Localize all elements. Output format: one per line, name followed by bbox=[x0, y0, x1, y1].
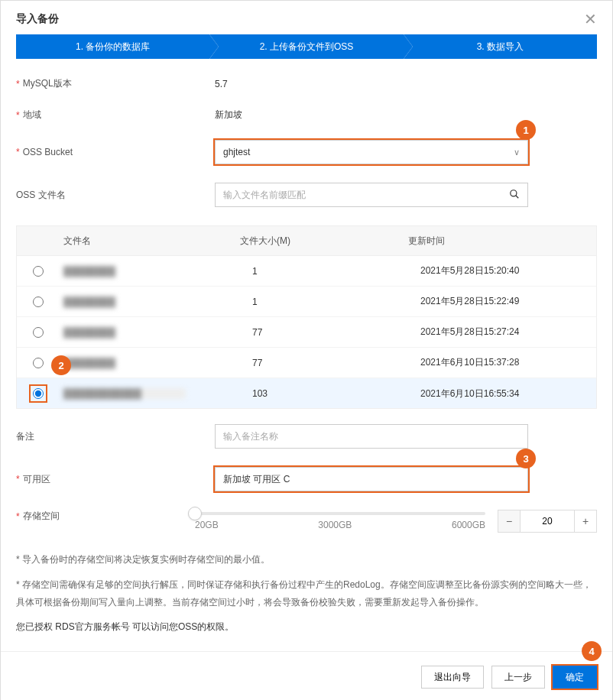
step-1[interactable]: 1. 备份你的数据库 bbox=[16, 34, 209, 59]
notes: * 导入备份时的存储空间将决定恢复实例时存储空间的最小值。 * 存储空间需确保有… bbox=[1, 551, 612, 651]
file-name: ████████ bbox=[63, 297, 115, 307]
table-row[interactable]: ████████████ 103 2021年6月10日16:55:34 bbox=[17, 378, 596, 409]
increase-button[interactable]: + bbox=[574, 510, 597, 533]
dialog-footer: 退出向导 上一步 确定 4 bbox=[1, 651, 612, 700]
decrease-button[interactable]: − bbox=[498, 510, 521, 533]
storage-stepper: − + bbox=[498, 510, 597, 533]
zone-select[interactable]: 新加坡 可用区 C bbox=[215, 467, 528, 491]
annotation-4: 4 bbox=[582, 641, 602, 661]
oss-filename-input-wrap bbox=[215, 183, 528, 207]
annotation-3: 3 bbox=[516, 449, 536, 468]
file-time: 2021年5月28日15:22:49 bbox=[420, 295, 596, 308]
file-radio[interactable] bbox=[33, 297, 44, 307]
zone-value: 新加坡 可用区 C bbox=[223, 473, 290, 486]
file-name: ████████ bbox=[63, 327, 115, 338]
slider-thumb[interactable] bbox=[188, 507, 202, 520]
file-time: 2021年5月28日15:27:24 bbox=[420, 326, 596, 339]
table-header: 文件名 文件大小(M) 更新时间 bbox=[16, 225, 597, 256]
svg-point-0 bbox=[511, 190, 517, 196]
remark-label: 备注 bbox=[16, 430, 34, 443]
storage-input[interactable] bbox=[521, 510, 574, 533]
table-body[interactable]: ████████ 1 2021年5月28日15:20:40 ████████ 1… bbox=[16, 256, 597, 409]
region-label: 地域 bbox=[23, 109, 41, 122]
oss-filename-label: OSS 文件名 bbox=[16, 189, 66, 202]
slider-mid: 3000GB bbox=[318, 520, 352, 530]
file-time: 2021年5月28日15:20:40 bbox=[420, 264, 596, 277]
form-area: *MySQL版本 5.7 *地域 新加坡 *OSS Bucket ghjtest… bbox=[1, 74, 612, 207]
search-icon[interactable] bbox=[509, 189, 520, 202]
file-table: 文件名 文件大小(M) 更新时间 ████████ 1 2021年5月28日15… bbox=[16, 225, 597, 409]
oss-filename-input[interactable] bbox=[223, 190, 504, 200]
annotation-1: 1 bbox=[516, 120, 536, 140]
file-radio[interactable] bbox=[33, 327, 44, 338]
file-name: ████████████ bbox=[63, 388, 186, 399]
storage-slider[interactable] bbox=[195, 512, 485, 515]
table-row[interactable]: ████████ 1 2021年5月28日15:20:40 bbox=[17, 256, 596, 287]
mysql-version-label: MySQL版本 bbox=[23, 77, 72, 90]
annotation-2: 2 bbox=[51, 355, 71, 375]
step-2[interactable]: 2. 上传备份文件到OSS bbox=[209, 34, 403, 59]
note-3: 您已授权 RDS官方服务帐号 可以访问您OSS的权限。 bbox=[16, 618, 597, 636]
note-1: * 导入备份时的存储空间将决定恢复实例时存储空间的最小值。 bbox=[16, 551, 597, 569]
file-name: ████████ bbox=[63, 358, 115, 368]
file-size: 77 bbox=[252, 327, 420, 338]
svg-line-1 bbox=[516, 195, 519, 198]
storage-label: 存储空间 bbox=[23, 510, 60, 523]
file-radio[interactable] bbox=[33, 266, 44, 277]
remark-input[interactable] bbox=[223, 431, 520, 442]
table-row[interactable]: ████████ 1 2021年5月28日15:22:49 bbox=[17, 287, 596, 317]
oss-bucket-select[interactable]: ghjtest ∨ bbox=[215, 140, 528, 164]
col-header-time: 更新时间 bbox=[408, 235, 584, 248]
step-3[interactable]: 3. 数据导入 bbox=[404, 34, 597, 59]
dialog-header: 导入备份 ✕ bbox=[1, 1, 612, 34]
file-name: ████████ bbox=[63, 266, 115, 277]
table-row[interactable]: ████████ 77 2021年5月28日15:27:24 bbox=[17, 317, 596, 348]
ok-button[interactable]: 确定 bbox=[553, 666, 597, 689]
remark-input-wrap bbox=[215, 424, 528, 449]
file-radio[interactable] bbox=[33, 358, 44, 368]
file-size: 1 bbox=[252, 297, 420, 307]
oss-bucket-label: OSS Bucket bbox=[23, 147, 73, 157]
file-time: 2021年6月10日15:37:28 bbox=[420, 356, 596, 369]
slider-max: 6000GB bbox=[452, 520, 485, 530]
dialog-title: 导入备份 bbox=[16, 12, 59, 26]
file-time: 2021年6月10日16:55:34 bbox=[420, 387, 596, 400]
previous-button[interactable]: 上一步 bbox=[491, 666, 545, 689]
file-size: 103 bbox=[252, 388, 420, 399]
table-row[interactable]: ████████ 77 2021年6月10日15:37:28 bbox=[17, 348, 596, 378]
slider-min: 20GB bbox=[195, 520, 219, 530]
col-header-name: 文件名 bbox=[59, 235, 240, 248]
close-icon[interactable]: ✕ bbox=[584, 11, 597, 27]
wizard-steps: 1. 备份你的数据库 2. 上传备份文件到OSS 3. 数据导入 bbox=[1, 34, 612, 74]
col-header-size: 文件大小(M) bbox=[240, 235, 408, 248]
region-value: 新加坡 bbox=[215, 109, 597, 122]
mysql-version-value: 5.7 bbox=[215, 79, 597, 89]
file-radio[interactable] bbox=[33, 388, 44, 399]
file-size: 1 bbox=[252, 266, 420, 277]
zone-label: 可用区 bbox=[23, 473, 50, 486]
chevron-down-icon: ∨ bbox=[514, 147, 520, 157]
oss-bucket-value: ghjtest bbox=[223, 147, 250, 157]
note-2: * 存储空间需确保有足够的空间执行解压，同时保证存储和执行备份过程中产生的Red… bbox=[16, 576, 597, 611]
exit-wizard-button[interactable]: 退出向导 bbox=[421, 666, 484, 689]
file-size: 77 bbox=[252, 358, 420, 368]
import-backup-dialog: 导入备份 ✕ 1. 备份你的数据库 2. 上传备份文件到OSS 3. 数据导入 … bbox=[0, 0, 613, 700]
